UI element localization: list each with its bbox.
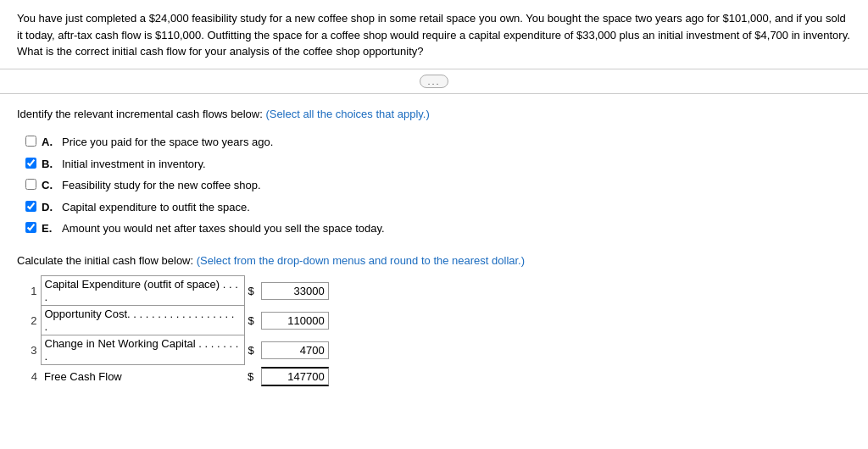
checkbox-item-c: C. Feasibility study for the new coffee … bbox=[25, 177, 851, 194]
checkbox-item-b: B. Initial investment in inventory. bbox=[25, 156, 851, 173]
dollar-sign-3: $ bbox=[244, 335, 258, 365]
checkbox-text-c[interactable]: Feasibility study for the new coffee sho… bbox=[62, 177, 261, 194]
row-label-2: Opportunity Cost. . . . . . . . . . . . … bbox=[41, 306, 244, 335]
identify-label: Identify the relevant incremental cash f… bbox=[17, 108, 263, 120]
checkbox-label-d: D. bbox=[42, 199, 57, 216]
checkbox-d[interactable] bbox=[25, 201, 36, 212]
checkbox-label-e: E. bbox=[42, 220, 57, 237]
identify-instruction: (Select all the choices that apply.) bbox=[265, 108, 429, 120]
checkbox-b[interactable] bbox=[25, 158, 36, 169]
checkbox-e[interactable] bbox=[25, 222, 36, 233]
table-row: 2 Opportunity Cost. . . . . . . . . . . … bbox=[25, 306, 332, 335]
checkbox-c[interactable] bbox=[25, 179, 36, 190]
dollar-sign-4: $ bbox=[244, 365, 258, 388]
checkbox-item-e: E. Amount you would net after taxes shou… bbox=[25, 220, 851, 237]
row-label-1: Capital Expenditure (outfit of space) . … bbox=[41, 276, 244, 306]
calc-instruction: (Select from the drop-down menus and rou… bbox=[197, 254, 525, 267]
checkbox-text-a[interactable]: Price you paid for the space two years a… bbox=[62, 134, 273, 151]
calc-label: Calculate the initial cash flow below: bbox=[17, 254, 193, 267]
row-input-cell-1 bbox=[258, 276, 332, 306]
calc-table: 1 Capital Expenditure (outfit of space) … bbox=[25, 275, 332, 388]
row-input-2[interactable] bbox=[261, 312, 329, 330]
row-num-1: 1 bbox=[25, 276, 41, 306]
dollar-sign-2: $ bbox=[244, 306, 258, 335]
row-input-3[interactable] bbox=[261, 341, 329, 359]
checkbox-item-a: A. Price you paid for the space two year… bbox=[25, 134, 851, 151]
checkbox-label-a: A. bbox=[42, 134, 57, 151]
row-input-4[interactable] bbox=[261, 367, 329, 386]
dollar-sign-1: $ bbox=[244, 276, 258, 306]
row-input-cell-3 bbox=[258, 335, 332, 365]
main-section: Identify the relevant incremental cash f… bbox=[0, 94, 868, 400]
row-label-3: Change in Net Working Capital . . . . . … bbox=[41, 335, 244, 365]
checkbox-label-b: B. bbox=[42, 156, 57, 173]
ellipsis-button[interactable]: ... bbox=[420, 75, 448, 88]
free-cash-row: 4 Free Cash Flow $ bbox=[25, 365, 332, 388]
divider-area: ... bbox=[0, 69, 868, 94]
row-num-4: 4 bbox=[25, 365, 41, 388]
calc-instructions: Calculate the initial cash flow below: (… bbox=[17, 252, 851, 269]
top-paragraph-section: You have just completed a $24,000 feasib… bbox=[0, 0, 868, 69]
identify-instructions: Identify the relevant incremental cash f… bbox=[17, 106, 851, 123]
checkbox-text-b[interactable]: Initial investment in inventory. bbox=[62, 156, 206, 173]
row-label-4: Free Cash Flow bbox=[41, 365, 244, 388]
row-input-1[interactable] bbox=[261, 282, 329, 300]
checkbox-list: A. Price you paid for the space two year… bbox=[25, 134, 851, 237]
checkbox-label-c: C. bbox=[42, 177, 57, 194]
table-row: 1 Capital Expenditure (outfit of space) … bbox=[25, 276, 332, 306]
checkbox-item-d: D. Capital expenditure to outfit the spa… bbox=[25, 199, 851, 216]
checkbox-text-e[interactable]: Amount you would net after taxes should … bbox=[62, 220, 385, 237]
row-num-2: 2 bbox=[25, 306, 41, 335]
checkbox-a[interactable] bbox=[25, 136, 36, 147]
row-input-cell-4 bbox=[258, 365, 332, 388]
table-row: 3 Change in Net Working Capital . . . . … bbox=[25, 335, 332, 365]
row-num-3: 3 bbox=[25, 335, 41, 365]
row-input-cell-2 bbox=[258, 306, 332, 335]
top-paragraph: You have just completed a $24,000 feasib… bbox=[17, 10, 851, 60]
checkbox-text-d[interactable]: Capital expenditure to outfit the space. bbox=[62, 199, 250, 216]
